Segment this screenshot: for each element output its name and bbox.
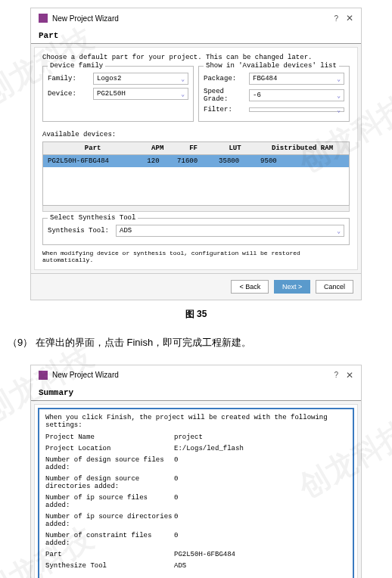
app-icon <box>39 14 48 23</box>
summary-row: Number of constraint files added:0 <box>45 532 347 547</box>
col-apm[interactable]: APM <box>142 142 173 155</box>
instruction-paragraph: （9） 在弹出的界面，点击 Finish，即可完成工程新建。 <box>8 336 384 350</box>
package-select[interactable]: FBG484⌄ <box>249 73 344 85</box>
synthesis-label: Synthesis Tool: <box>48 227 116 235</box>
dialog-header: New Project Wizard ? ✕ <box>31 365 361 385</box>
device-label: Device: <box>48 90 93 98</box>
fieldset-legend: Show in 'Available devices' list <box>204 62 339 70</box>
dialog-body: Choose a default part for your project. … <box>34 47 358 270</box>
help-icon[interactable]: ? <box>334 14 338 23</box>
wizard-dialog-summary: New Project Wizard ? ✕ Summary When you … <box>30 365 362 579</box>
cancel-button[interactable]: Cancel <box>316 280 353 294</box>
wizard-dialog-part: New Project Wizard ? ✕ Part Choose a def… <box>30 8 362 300</box>
summary-row: Number of design source directories adde… <box>45 475 347 490</box>
fieldset-legend: Select Synthesis Tool <box>48 214 138 222</box>
col-dram[interactable]: Distributed RAM <box>256 142 349 155</box>
chevron-down-icon: ⌄ <box>337 107 341 113</box>
close-icon[interactable]: ✕ <box>346 370 353 381</box>
chevron-down-icon: ⌄ <box>337 92 341 99</box>
summary-row: Synthesize ToolADS <box>45 562 347 570</box>
back-button[interactable]: < Back <box>231 280 269 294</box>
available-devices-label: Available devices: <box>42 131 350 138</box>
dialog-body: When you click Finish, the project will … <box>34 404 358 579</box>
summary-row: Project LocationE:/Logs/led_flash <box>45 445 347 452</box>
dialog-title: New Project Wizard <box>52 14 334 23</box>
horizontal-scrollbar[interactable] <box>42 206 350 212</box>
summary-row: PartPG2L50H-6FBG484 <box>45 551 347 558</box>
summary-box: When you click Finish, the project will … <box>38 408 354 579</box>
col-lut[interactable]: LUT <box>214 142 256 155</box>
device-family-fieldset: Device family Family: Logos2⌄ Device: PG… <box>42 66 194 122</box>
filter-label: Filter: <box>204 106 249 113</box>
dialog-title: New Project Wizard <box>52 371 334 379</box>
footnote-text: When modifying device or synthesis tool,… <box>42 250 350 263</box>
close-icon[interactable]: ✕ <box>346 13 353 23</box>
dialog-header: New Project Wizard ? ✕ <box>31 8 361 28</box>
device-table: Part APM FF LUT Distributed RAM PG2L50H-… <box>42 141 350 206</box>
summary-row: Number of design source files added:0 <box>45 456 347 471</box>
section-title: Part <box>31 28 361 44</box>
col-ff[interactable]: FF <box>173 142 214 155</box>
col-part[interactable]: Part <box>43 142 143 155</box>
chevron-down-icon: ⌄ <box>337 76 341 82</box>
summary-row: Number of ip source files added:0 <box>45 494 347 509</box>
section-title: Summary <box>31 385 361 401</box>
speed-label: Speed Grade: <box>204 88 249 103</box>
next-button[interactable]: Next > <box>274 280 310 294</box>
synthesis-fieldset: Select Synthesis Tool Synthesis Tool: AD… <box>42 218 350 245</box>
fieldset-legend: Device family <box>48 62 105 70</box>
package-label: Package: <box>204 75 249 82</box>
chevron-down-icon: ⌄ <box>337 227 341 234</box>
show-in-fieldset: Show in 'Available devices' list Package… <box>198 66 350 122</box>
table-empty-area <box>43 167 350 205</box>
summary-intro: When you click Finish, the project will … <box>45 414 347 429</box>
device-row-selected[interactable]: PG2L50H-6FBG484 120 71600 35800 9500 <box>43 155 350 168</box>
chevron-down-icon: ⌄ <box>181 76 185 82</box>
filter-select[interactable]: ⌄ <box>249 107 344 112</box>
button-bar: < Back Next > Cancel <box>31 273 361 300</box>
chevron-down-icon: ⌄ <box>181 91 185 98</box>
app-icon <box>39 371 48 380</box>
instruction-text: Choose a default part for your project. … <box>42 54 350 61</box>
help-icon[interactable]: ? <box>334 371 338 379</box>
family-select[interactable]: Logos2⌄ <box>93 73 188 85</box>
speed-select[interactable]: -6⌄ <box>249 89 344 101</box>
family-label: Family: <box>48 75 93 82</box>
figure-caption-35: 图 35 <box>0 308 392 321</box>
device-select[interactable]: PG2L50H⌄ <box>93 88 188 100</box>
summary-row: Project Nameproject <box>45 434 347 441</box>
summary-row: Number of ip source directories added:0 <box>45 513 347 528</box>
synthesis-select[interactable]: ADS⌄ <box>116 225 344 237</box>
